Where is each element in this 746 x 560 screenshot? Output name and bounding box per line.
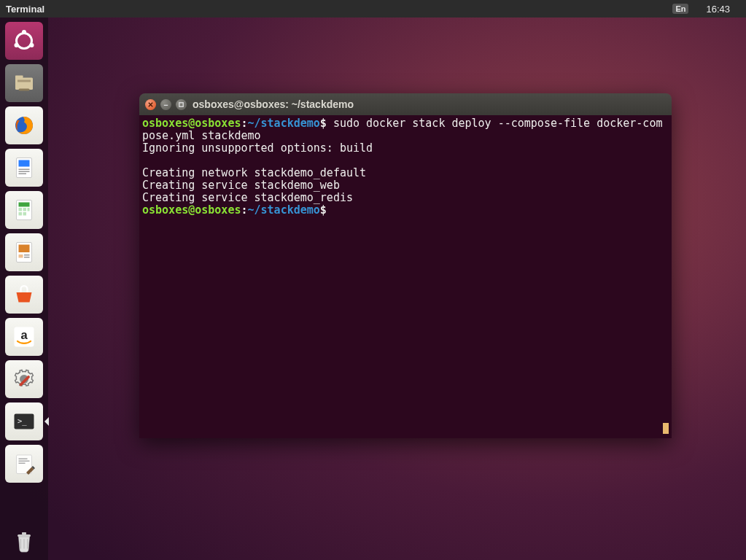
- terminal-body[interactable]: osboxes@osboxes:~/stackdemo$ sudo docker…: [139, 115, 672, 438]
- svg-rect-18: [28, 208, 30, 211]
- launcher-impress[interactable]: [5, 233, 43, 271]
- svg-rect-34: [19, 463, 26, 464]
- launcher-software-center[interactable]: [5, 276, 43, 314]
- launcher-writer[interactable]: [5, 149, 43, 187]
- svg-rect-6: [15, 76, 23, 79]
- svg-rect-7: [19, 89, 30, 91]
- svg-rect-19: [19, 212, 23, 216]
- prompt-user: osboxes@osboxes: [142, 203, 241, 217]
- svg-rect-32: [19, 459, 28, 460]
- svg-rect-33: [19, 461, 30, 462]
- launcher-amazon[interactable]: a: [5, 318, 43, 356]
- svg-rect-17: [23, 208, 27, 211]
- maximize-button[interactable]: [176, 99, 187, 110]
- launcher-firefox[interactable]: [5, 106, 43, 144]
- launcher-text-editor[interactable]: [5, 445, 43, 483]
- svg-rect-35: [18, 534, 31, 537]
- terminal-output: Ignoring unsupported options: build: [142, 141, 373, 155]
- active-indicator-arrow: [44, 417, 49, 426]
- svg-point-2: [15, 43, 19, 47]
- prompt-path: ~/stackdemo: [248, 117, 320, 130]
- svg-rect-4: [15, 78, 33, 90]
- window-title: osboxes@osboxes: ~/stackdemo: [193, 98, 354, 110]
- close-button[interactable]: [145, 99, 156, 110]
- terminal-output: Creating network stackdemo_default: [142, 166, 366, 179]
- window-titlebar[interactable]: osboxes@osboxes: ~/stackdemo: [139, 93, 672, 115]
- clock[interactable]: 16:43: [706, 4, 730, 15]
- svg-point-1: [22, 30, 26, 34]
- svg-rect-24: [24, 254, 30, 256]
- svg-rect-15: [19, 203, 30, 207]
- prompt-path: ~/stackdemo: [248, 203, 320, 217]
- terminal-output: Creating service stackdemo_redis: [142, 191, 353, 204]
- svg-point-0: [17, 34, 32, 49]
- svg-rect-12: [19, 171, 30, 173]
- terminal-output: Creating service stackdemo_web: [142, 179, 340, 192]
- svg-rect-13: [19, 174, 27, 175]
- svg-point-3: [30, 43, 34, 47]
- svg-rect-5: [18, 80, 31, 82]
- svg-rect-20: [23, 212, 27, 216]
- window-buttons: [145, 99, 187, 110]
- svg-rect-10: [19, 160, 30, 167]
- top-panel: Terminal En 16:43: [0, 0, 746, 18]
- svg-rect-11: [19, 169, 30, 171]
- svg-rect-25: [24, 257, 30, 258]
- terminal-window: osboxes@osboxes: ~/stackdemo osboxes@osb…: [139, 93, 672, 438]
- keyboard-layout-indicator[interactable]: En: [672, 4, 688, 14]
- prompt-user: osboxes@osboxes: [142, 117, 241, 130]
- svg-rect-37: [179, 102, 183, 106]
- launcher-trash[interactable]: [5, 522, 43, 560]
- terminal-cursor: [663, 423, 669, 434]
- unity-launcher: a >_: [0, 18, 48, 560]
- active-app-name[interactable]: Terminal: [0, 4, 664, 15]
- svg-rect-23: [19, 254, 23, 258]
- launcher-calc[interactable]: [5, 191, 43, 229]
- launcher-files[interactable]: [5, 64, 43, 102]
- svg-rect-36: [22, 532, 26, 534]
- svg-rect-22: [19, 245, 30, 253]
- launcher-terminal[interactable]: >_: [5, 402, 43, 440]
- launcher-system-settings[interactable]: [5, 360, 43, 398]
- system-indicators: En 16:43: [664, 4, 746, 15]
- svg-rect-16: [19, 208, 23, 211]
- launcher-dash[interactable]: [5, 22, 43, 60]
- minimize-button[interactable]: [160, 99, 171, 110]
- svg-text:>_: >_: [18, 416, 27, 426]
- svg-text:a: a: [20, 328, 28, 341]
